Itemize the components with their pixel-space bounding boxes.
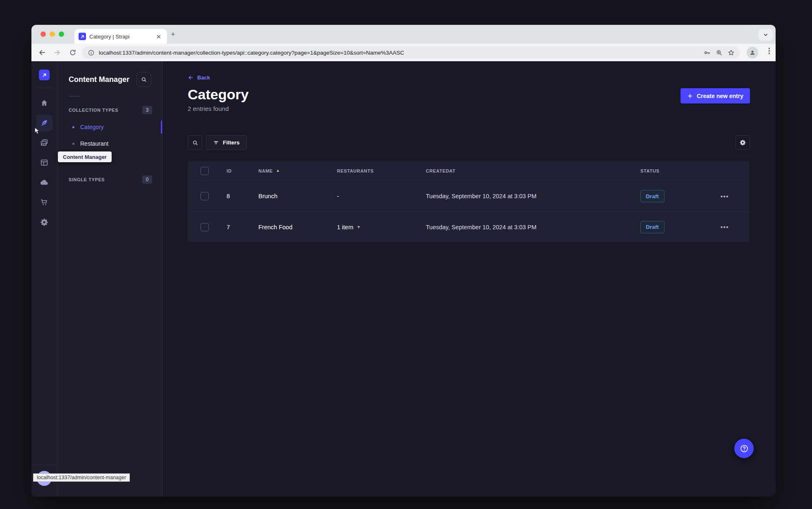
content-manager-icon[interactable] (36, 115, 53, 131)
table-row[interactable]: 7 French Food 1 item▼ Tuesday, September… (188, 211, 750, 242)
content-type-builder-icon[interactable] (36, 154, 53, 171)
strapi-favicon-icon (79, 33, 86, 40)
main-content: Back Category 2 entries found Create new… (162, 61, 776, 497)
bullet-icon (72, 143, 74, 145)
status-badge: Draft (640, 190, 664, 202)
row-actions-icon[interactable]: ••• (721, 193, 729, 199)
sidebar-item-category[interactable]: Category (57, 119, 162, 135)
subnav-search-button[interactable] (136, 72, 151, 87)
rail-bottom-divider (31, 465, 57, 465)
collection-types-count-badge: 3 (142, 106, 152, 114)
browser-tab[interactable]: Category | Strapi ✕ (74, 29, 167, 44)
status-bar-link-preview: localhost:1337/admin/content-manager (33, 473, 130, 482)
page-info-icon[interactable] (87, 48, 95, 57)
bullet-icon (72, 126, 74, 128)
column-header-createdat[interactable]: CREATEDAT (415, 168, 630, 173)
url-text[interactable]: localhost:1337/admin/content-manager/col… (99, 50, 699, 56)
row-actions-icon[interactable]: ••• (721, 224, 729, 230)
page-title: Category (188, 86, 750, 103)
collection-types-label: COLLECTION TYPES (69, 108, 118, 113)
single-types-label: SINGLE TYPES (69, 177, 105, 182)
list-search-button[interactable] (188, 135, 202, 150)
new-tab-button[interactable]: + (171, 31, 175, 38)
browser-toolbar: localhost:1337/admin/content-manager/col… (31, 44, 776, 61)
plus-icon (687, 93, 693, 99)
sidebar-item-label: Restaurant (80, 140, 108, 147)
column-header-restaurants[interactable]: RESTAURANTS (326, 168, 415, 173)
content-manager-tooltip: Content Manager (58, 151, 112, 162)
main-nav-rail: KD (31, 61, 57, 497)
active-indicator-bar (161, 120, 162, 134)
back-link[interactable]: Back (188, 74, 210, 81)
cloud-icon[interactable] (36, 174, 53, 191)
browser-tabstrip: Category | Strapi ✕ + (31, 25, 776, 44)
help-button[interactable] (734, 439, 754, 458)
filters-button[interactable]: Filters (206, 135, 247, 150)
list-actions-row: Filters (188, 135, 750, 150)
tab-close-icon[interactable]: ✕ (154, 33, 163, 41)
browser-forward-button[interactable] (52, 48, 62, 58)
desktop-background: Category | Strapi ✕ + local (0, 0, 812, 509)
settings-gear-icon[interactable] (36, 214, 53, 230)
create-new-entry-button[interactable]: Create new entry (681, 88, 750, 103)
browser-back-button[interactable] (37, 48, 47, 58)
maximize-window-button[interactable] (59, 31, 64, 37)
cell-id: 7 (216, 224, 248, 230)
tab-search-chevron-icon[interactable] (758, 29, 773, 41)
tab-title: Category | Strapi (89, 34, 151, 40)
cell-restaurants: - (326, 193, 415, 199)
select-all-checkbox[interactable] (201, 167, 209, 175)
row-checkbox[interactable] (201, 192, 209, 200)
column-header-name[interactable]: NAME▲ (248, 168, 326, 173)
view-settings-gear-button[interactable] (736, 135, 750, 150)
mouse-cursor (34, 127, 41, 134)
cell-name: French Food (248, 224, 326, 230)
browser-menu-icon[interactable] (769, 48, 770, 54)
column-header-id[interactable]: ID (216, 168, 248, 173)
strapi-logo-icon[interactable] (39, 70, 50, 80)
strapi-app: KD Content Manager COLLECTION TYPES 3 (31, 61, 776, 497)
sort-asc-icon[interactable]: ▲ (276, 169, 280, 173)
entries-count: 2 entries found (188, 105, 750, 112)
filters-label: Filters (223, 139, 240, 146)
cell-createdat: Tuesday, September 10, 2024 at 3:03 PM (415, 193, 630, 199)
content-manager-subnav: Content Manager COLLECTION TYPES 3 Categ… (57, 61, 162, 497)
cell-id: 8 (216, 193, 248, 199)
row-checkbox[interactable] (201, 223, 209, 231)
browser-window: Category | Strapi ✕ + local (31, 25, 776, 497)
table-row[interactable]: 8 Brunch - Tuesday, September 10, 2024 a… (188, 181, 750, 211)
media-library-icon[interactable] (36, 134, 53, 151)
bookmark-star-icon[interactable] (727, 48, 735, 57)
browser-reload-button[interactable] (68, 48, 78, 58)
single-types-count-badge: 0 (142, 175, 152, 184)
marketplace-cart-icon[interactable] (36, 194, 53, 211)
subnav-divider (69, 96, 79, 96)
create-button-label: Create new entry (697, 93, 743, 99)
back-label: Back (197, 74, 210, 81)
filter-icon (213, 139, 219, 146)
cell-name: Brunch (248, 193, 326, 199)
url-bar[interactable]: localhost:1337/admin/content-manager/col… (82, 46, 740, 59)
browser-profile-avatar[interactable] (747, 47, 758, 58)
zoom-icon[interactable] (715, 48, 723, 57)
status-badge: Draft (640, 221, 664, 233)
entries-table: ID NAME▲ RESTAURANTS CREATEDAT STATUS 8 … (188, 161, 750, 242)
close-window-button[interactable] (41, 31, 46, 37)
traffic-lights (41, 31, 64, 37)
password-manager-key-icon[interactable] (703, 48, 711, 57)
cell-createdat: Tuesday, September 10, 2024 at 3:03 PM (415, 224, 630, 230)
home-icon[interactable] (36, 95, 53, 111)
cell-restaurants[interactable]: 1 item▼ (326, 224, 415, 230)
rail-divider (36, 88, 53, 88)
sidebar-item-restaurant[interactable]: Restaurant (57, 135, 162, 152)
subnav-title: Content Manager (69, 75, 129, 84)
sidebar-item-label: Category (80, 124, 104, 130)
column-header-status[interactable]: STATUS (630, 168, 710, 173)
chevron-down-icon: ▼ (357, 225, 361, 229)
table-header-row: ID NAME▲ RESTAURANTS CREATEDAT STATUS (188, 161, 750, 181)
minimize-window-button[interactable] (50, 31, 55, 37)
